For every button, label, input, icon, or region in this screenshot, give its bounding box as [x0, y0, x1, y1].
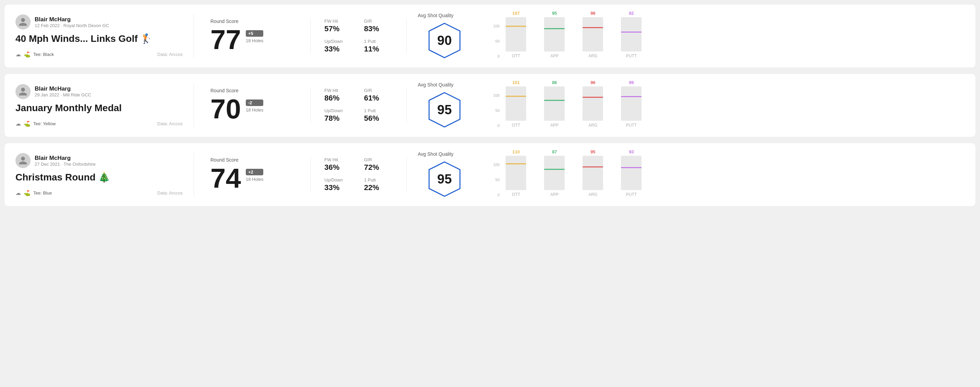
bottom-row: ☁ ⛳ Tee: Blue Data: Arccos [16, 190, 183, 196]
col-label-arg: ARG [589, 192, 597, 197]
stat-fw-hit: FW Hit 36% [325, 157, 353, 172]
y-label-0: 0 [493, 193, 500, 197]
gir-label: GIR [364, 157, 393, 162]
col-value-app: 87 [552, 149, 557, 154]
score-row: 77 +5 18 Holes [210, 26, 294, 54]
user-row: Blair McHarg 12 Feb 2022 · Royal North D… [16, 14, 183, 30]
stat-oneputt: 1 Putt 22% [364, 178, 393, 192]
bar-marker-arg [582, 167, 603, 167]
quality-score: 95 [438, 103, 452, 117]
gir-label: GIR [364, 88, 393, 93]
chart-col-arg: 96 ARG [579, 80, 606, 128]
user-icon [18, 17, 28, 27]
chart-y-axis: 100 50 0 [493, 93, 500, 128]
score-detail: -2 18 Holes [246, 95, 263, 113]
round-title: January Monthly Medal [16, 103, 183, 114]
col-label-app: APP [550, 54, 558, 58]
oneputt-value: 22% [364, 183, 393, 192]
bar-marker-app [544, 28, 565, 29]
score-row: 74 +2 18 Holes [210, 165, 294, 192]
fw-hit-value: 36% [325, 163, 353, 172]
chart-columns: 110 OTT 87 APP 95 [502, 149, 645, 197]
bar-wrapper-ott [506, 156, 526, 190]
tee-marker-icon: ⛳ [24, 121, 30, 127]
stat-oneputt: 1 Putt 11% [364, 39, 393, 54]
bar-bg [506, 156, 526, 190]
user-name: Blair McHarg [35, 86, 91, 92]
avatar [16, 84, 30, 99]
chart-col-putt: 99 PUTT [617, 80, 645, 128]
middle-section: Round Score 74 +2 18 Holes [194, 157, 311, 192]
tee-info: ☁ ⛳ Tee: Yellow [16, 121, 56, 127]
stat-fw-hit: FW Hit 57% [325, 19, 353, 33]
weather-icon: ☁ [16, 51, 21, 58]
left-section: Blair McHarg 27 Dec 2021 · The Oxfordshi… [16, 153, 194, 196]
round-score-label: Round Score [210, 88, 294, 93]
fw-hit-label: FW Hit [325, 88, 353, 93]
user-info: Blair McHarg 27 Dec 2021 · The Oxfordshi… [35, 155, 96, 167]
bar-wrapper-arg [582, 156, 603, 190]
data-source: Data: Arccos [157, 52, 183, 57]
updown-label: Up/Down [325, 108, 353, 113]
quality-section: Avg Shot Quality 90 [407, 13, 482, 59]
shot-quality-chart: 100 50 0 101 OTT 86 APP [493, 83, 964, 128]
score-number: 77 [210, 26, 241, 54]
chart-col-app: 95 APP [541, 11, 568, 58]
bar-bg [544, 156, 565, 190]
chart-col-putt: 82 PUTT [617, 11, 645, 58]
quality-label: Avg Shot Quality [418, 82, 453, 87]
hexagon-container: 90 [426, 22, 463, 59]
chart-col-arg: 98 ARG [579, 11, 606, 58]
chart-col-ott: 110 OTT [502, 149, 530, 197]
col-value-arg: 98 [590, 11, 595, 16]
oneputt-label: 1 Putt [364, 108, 393, 113]
holes-label: 18 Holes [246, 107, 263, 113]
tee-label: Tee: Blue [33, 190, 52, 195]
updown-label: Up/Down [325, 39, 353, 44]
col-label-ott: OTT [512, 54, 520, 58]
user-row: Blair McHarg 29 Jan 2022 · Mill Ride GCC [16, 84, 183, 99]
col-value-arg: 95 [590, 149, 595, 154]
user-info: Blair McHarg 29 Jan 2022 · Mill Ride GCC [35, 86, 91, 97]
bar-wrapper-app [544, 86, 565, 121]
y-label-50: 50 [493, 178, 500, 182]
bar-bg [506, 17, 526, 51]
stat-updown: Up/Down 33% [325, 178, 353, 192]
bar-marker-putt [621, 32, 641, 33]
col-label-arg: ARG [589, 54, 597, 58]
bar-wrapper-putt [621, 156, 641, 190]
col-value-putt: 82 [629, 11, 634, 16]
tee-label: Tee: Black [33, 52, 54, 57]
bar-marker-putt [621, 167, 641, 168]
bar-wrapper-app [544, 17, 565, 51]
y-label-100: 100 [493, 24, 500, 28]
round-title: Christmas Round 🎄 [16, 171, 183, 183]
chart-columns: 107 OTT 95 APP 98 [502, 11, 645, 58]
quality-label: Avg Shot Quality [418, 13, 453, 18]
updown-label: Up/Down [325, 178, 353, 182]
stat-oneputt: 1 Putt 56% [364, 108, 393, 123]
col-value-arg: 96 [590, 80, 595, 85]
round-score-label: Round Score [210, 19, 294, 24]
left-section: Blair McHarg 29 Jan 2022 · Mill Ride GCC… [16, 84, 194, 127]
y-label-0: 0 [493, 54, 500, 58]
user-meta: 27 Dec 2021 · The Oxfordshire [35, 162, 96, 167]
gir-label: GIR [364, 19, 393, 24]
chart-section: 100 50 0 107 OTT 95 APP [482, 14, 964, 58]
chart-col-putt: 93 PUTT [617, 149, 645, 197]
chart-col-ott: 101 OTT [502, 80, 530, 128]
gir-value: 61% [364, 94, 393, 103]
stats-section: FW Hit 36% GIR 72% Up/Down 33% 1 Putt 22… [311, 157, 407, 192]
chart-col-app: 87 APP [541, 149, 568, 197]
bar-marker-ott [506, 163, 526, 164]
tee-info: ☁ ⛳ Tee: Black [16, 51, 54, 58]
score-number: 70 [210, 95, 241, 123]
col-label-arg: ARG [589, 123, 597, 128]
user-row: Blair McHarg 27 Dec 2021 · The Oxfordshi… [16, 153, 183, 168]
quality-label: Avg Shot Quality [418, 151, 453, 157]
updown-value: 78% [325, 114, 353, 123]
bar-marker-app [544, 169, 565, 170]
bar-bg [582, 156, 603, 190]
data-source: Data: Arccos [157, 190, 183, 195]
bar-marker-ott [506, 96, 526, 97]
